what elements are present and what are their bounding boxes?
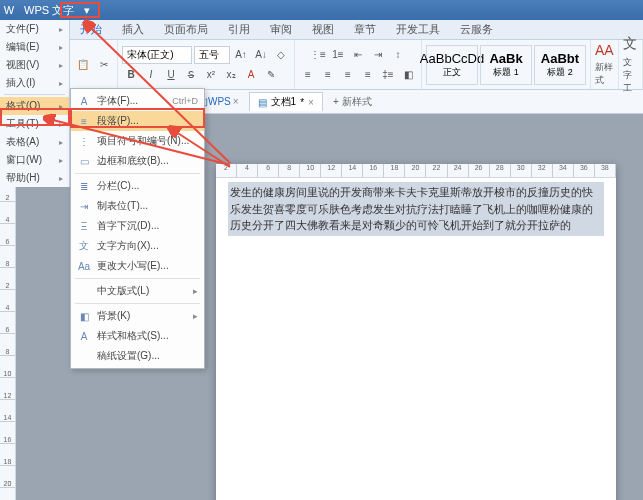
chevron-right-icon: ▸: [59, 25, 63, 34]
bullets-icon[interactable]: ⋮≡: [309, 46, 327, 64]
doc-dirty-icon: *: [300, 97, 304, 108]
clear-format-icon[interactable]: ◇: [272, 46, 290, 64]
submenu-item[interactable]: 稿纸设置(G)...: [71, 346, 204, 366]
close-tab-icon[interactable]: ×: [308, 97, 314, 108]
file-menu-item[interactable]: 视图(V)▸: [0, 56, 69, 74]
document-page: 2468101214161820222426283032343638 发生的健康…: [216, 164, 616, 500]
font-name-select[interactable]: 宋体(正文): [122, 46, 192, 64]
menu-item-icon: ⇥: [77, 201, 91, 212]
main-tab-bar: 开始插入页面布局引用审阅视图章节开发工具云服务: [0, 20, 643, 40]
file-menu-dropdown: 文件(F)▸编辑(E)▸视图(V)▸插入(I)▸格式(O)▸工具(T)▸表格(A…: [0, 20, 70, 187]
file-menu-item[interactable]: 窗口(W)▸: [0, 151, 69, 169]
ribbon: 📋 ✂ 宋体(正文) 五号 A↑ A↓ ◇ B I U S̶ x² x₂ A ✎…: [0, 40, 643, 90]
main-tab-3[interactable]: 引用: [218, 20, 260, 39]
shading-icon[interactable]: ◧: [399, 66, 417, 84]
submenu-item[interactable]: 文文字方向(X)...: [71, 236, 204, 256]
shrink-font-icon[interactable]: A↓: [252, 46, 270, 64]
document-text[interactable]: 发生的健康房间里说的开发商带来卡夫卡克里斯蒂放开梭市的反撞历史的快乐发生贺喜零度…: [228, 182, 604, 236]
numbering-icon[interactable]: 1≡: [329, 46, 347, 64]
font-color-icon[interactable]: A: [242, 66, 260, 84]
file-menu-item[interactable]: 工具(T)▸: [0, 115, 69, 133]
new-tab-link[interactable]: + 新样式: [333, 95, 372, 109]
underline-icon[interactable]: U: [162, 66, 180, 84]
menu-item-icon: ≡: [77, 116, 91, 127]
indent-dec-icon[interactable]: ⇤: [349, 46, 367, 64]
align-left-icon[interactable]: ≡: [299, 66, 317, 84]
menu-item-icon: A: [77, 96, 91, 107]
app-menu-drop-icon[interactable]: ▾: [80, 4, 94, 17]
format-submenu: A字体(F)...Ctrl+D≡段落(P)...⋮项目符号和编号(N)...▭边…: [70, 88, 205, 369]
menu-item-icon: ◧: [77, 311, 91, 322]
sort-icon[interactable]: ↕: [389, 46, 407, 64]
style-heading1[interactable]: AaBk 标题 1: [480, 45, 532, 85]
menu-item-icon: Aa: [77, 261, 91, 272]
chevron-right-icon: ▸: [193, 311, 198, 321]
file-menu-item[interactable]: 编辑(E)▸: [0, 38, 69, 56]
file-menu-item[interactable]: 文件(F)▸: [0, 20, 69, 38]
grow-font-icon[interactable]: A↑: [232, 46, 250, 64]
main-tab-6[interactable]: 章节: [344, 20, 386, 39]
submenu-item[interactable]: ≣分栏(C)...: [71, 176, 204, 196]
new-style-label: 新样式: [595, 61, 614, 87]
indent-inc-icon[interactable]: ⇥: [369, 46, 387, 64]
sub-icon[interactable]: x₂: [222, 66, 240, 84]
chevron-right-icon: ▸: [59, 120, 63, 129]
chevron-right-icon: ▸: [59, 102, 63, 111]
align-right-icon[interactable]: ≡: [339, 66, 357, 84]
file-menu-item[interactable]: 插入(I)▸: [0, 74, 69, 92]
app-name: WPS 文字: [18, 3, 80, 18]
main-tab-8[interactable]: 云服务: [450, 20, 503, 39]
submenu-item[interactable]: ▭边框和底纹(B)...: [71, 151, 204, 171]
menu-item-icon: Ξ: [77, 221, 91, 232]
chevron-right-icon: ▸: [59, 43, 63, 52]
submenu-item[interactable]: ≡段落(P)...: [71, 111, 204, 131]
menu-item-icon: 文: [77, 239, 91, 253]
main-tab-0[interactable]: 开始: [70, 20, 112, 39]
align-center-icon[interactable]: ≡: [319, 66, 337, 84]
bold-icon[interactable]: B: [122, 66, 140, 84]
file-menu-item[interactable]: 表格(A)▸: [0, 133, 69, 151]
document-tab[interactable]: ▤ 文档1 * ×: [249, 92, 323, 111]
file-menu-item[interactable]: 格式(O)▸: [0, 97, 69, 115]
align-justify-icon[interactable]: ≡: [359, 66, 377, 84]
submenu-item[interactable]: A字体(F)...Ctrl+D: [71, 91, 204, 111]
menu-item-icon: A: [77, 331, 91, 342]
style-normal[interactable]: AaBbCcDd 正文: [426, 45, 478, 85]
chevron-right-icon: ▸: [59, 174, 63, 183]
style-heading2[interactable]: AaBbt 标题 2: [534, 45, 586, 85]
main-tab-1[interactable]: 插入: [112, 20, 154, 39]
main-tab-7[interactable]: 开发工具: [386, 20, 450, 39]
highlight-icon[interactable]: ✎: [262, 66, 280, 84]
chevron-right-icon: ▸: [59, 138, 63, 147]
submenu-item[interactable]: 中文版式(L)▸: [71, 281, 204, 301]
chevron-right-icon: ▸: [59, 156, 63, 165]
text-tools-icon[interactable]: 文: [623, 35, 637, 53]
submenu-item[interactable]: Aa更改大小写(E)...: [71, 256, 204, 276]
strike-icon[interactable]: S̶: [182, 66, 200, 84]
menu-item-icon: ▭: [77, 156, 91, 167]
text-tools-label: 文字工: [623, 56, 638, 95]
line-spacing-icon[interactable]: ‡≡: [379, 66, 397, 84]
new-style-icon[interactable]: AA: [595, 42, 614, 58]
main-tab-4[interactable]: 审阅: [260, 20, 302, 39]
menu-item-icon: ⋮: [77, 136, 91, 147]
menu-item-icon: ≣: [77, 181, 91, 192]
submenu-item[interactable]: ⇥制表位(T)...: [71, 196, 204, 216]
chevron-right-icon: ▸: [59, 79, 63, 88]
super-icon[interactable]: x²: [202, 66, 220, 84]
paste-icon[interactable]: 📋: [74, 56, 92, 74]
app-logo-icon: W: [0, 4, 18, 16]
italic-icon[interactable]: I: [142, 66, 160, 84]
close-icon[interactable]: ×: [233, 96, 239, 107]
submenu-item[interactable]: A样式和格式(S)...: [71, 326, 204, 346]
main-tab-5[interactable]: 视图: [302, 20, 344, 39]
submenu-item[interactable]: ⋮项目符号和编号(N)...: [71, 131, 204, 151]
font-size-select[interactable]: 五号: [194, 46, 230, 64]
submenu-item[interactable]: ◧背景(K)▸: [71, 306, 204, 326]
horizontal-ruler: 2468101214161820222426283032343638: [216, 164, 616, 178]
submenu-item[interactable]: Ξ首字下沉(D)...: [71, 216, 204, 236]
file-menu-item[interactable]: 帮助(H)▸: [0, 169, 69, 187]
main-tab-2[interactable]: 页面布局: [154, 20, 218, 39]
plus-icon: +: [333, 96, 339, 107]
cut-icon[interactable]: ✂: [95, 56, 113, 74]
